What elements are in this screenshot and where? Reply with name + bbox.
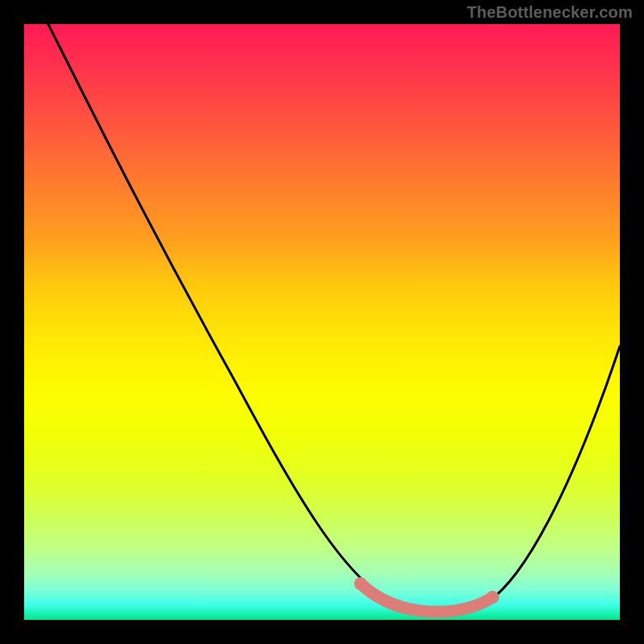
bottleneck-curve (48, 24, 620, 613)
optimal-range-highlight (361, 584, 493, 612)
chart-frame: TheBottlenecker.com (0, 0, 644, 644)
plot-area (24, 24, 620, 620)
curve-layer (24, 24, 620, 620)
watermark-text: TheBottlenecker.com (467, 3, 633, 22)
highlight-dot-start (354, 577, 367, 590)
highlight-dot-end (486, 591, 499, 604)
